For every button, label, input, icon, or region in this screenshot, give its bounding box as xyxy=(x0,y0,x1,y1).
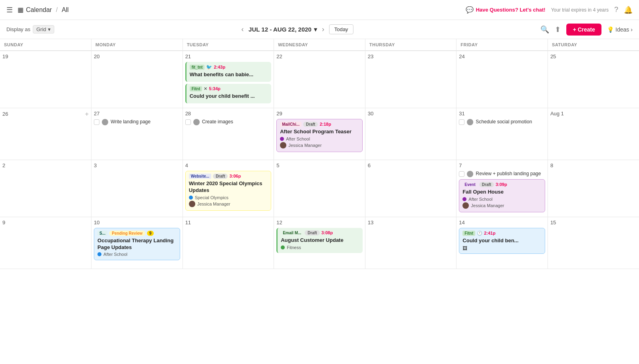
header-saturday: SATURDAY xyxy=(548,39,639,51)
card-title: After School Program Teaser xyxy=(280,129,359,135)
day-cell-0-4[interactable]: 23 xyxy=(365,51,456,108)
event-card[interactable]: fit_tnt🐦2:43pWhat benefits can babie... xyxy=(185,62,272,82)
tag-dot xyxy=(462,197,466,201)
day-cell-3-3[interactable]: 12Email M...Draft3:08pAugust Customer Up… xyxy=(274,217,365,269)
day-cell-1-0[interactable]: 26+ xyxy=(0,108,91,160)
date-range-display[interactable]: JUL 12 - AUG 22, 2020 ▾ xyxy=(248,26,317,33)
today-button[interactable]: Today xyxy=(329,24,353,34)
day-cell-3-1[interactable]: 10S...Pending Review9Occupational Therap… xyxy=(91,217,183,269)
card-person: Jessica Manager xyxy=(189,201,268,207)
day-cell-1-3[interactable]: 29MailChi...Draft2:18pAfter School Progr… xyxy=(274,108,365,160)
day-cell-2-0[interactable]: 2 xyxy=(0,160,91,217)
event-card[interactable]: EventDraft3:09pFall Open HouseAfter Scho… xyxy=(459,179,545,212)
todo-item[interactable]: Create images xyxy=(185,119,272,125)
todo-checkbox[interactable] xyxy=(459,119,464,125)
event-card[interactable]: Fitnt🕐2:41pCould your child ben...🖼 xyxy=(459,228,545,254)
todo-item[interactable]: Review + publish landing page xyxy=(459,171,545,177)
todo-item[interactable]: Schedule social promotion xyxy=(459,119,545,125)
todo-text: Review + publish landing page xyxy=(476,171,541,176)
event-card[interactable]: MailChi...Draft2:18pAfter School Program… xyxy=(276,119,363,152)
day-cell-2-6[interactable]: 8 xyxy=(548,160,639,217)
day-number: 25 xyxy=(550,53,637,59)
chat-bubble-icon: 💬 xyxy=(466,6,474,14)
card-title: Occupational Therapy Landing Page Update… xyxy=(97,237,177,251)
chat-text: Have Questions? Let's chat! xyxy=(476,7,545,13)
todo-checkbox[interactable] xyxy=(94,119,99,125)
day-cell-2-1[interactable]: 3 xyxy=(91,160,183,217)
ideas-button[interactable]: 💡 Ideas › xyxy=(607,26,633,33)
day-cell-1-4[interactable]: 30 xyxy=(365,108,456,160)
day-cell-1-6[interactable]: Aug 1 xyxy=(548,108,639,160)
day-cell-3-0[interactable]: 9 xyxy=(0,217,91,269)
display-as-section: Display as Grid ▾ xyxy=(6,25,54,34)
calendar-icon: 🕐 xyxy=(477,231,482,236)
avatar xyxy=(462,202,469,209)
avatar xyxy=(193,119,200,125)
day-cell-0-2[interactable]: 21fit_tnt🐦2:43pWhat benefits can babie..… xyxy=(183,51,274,108)
day-number: 7 xyxy=(459,162,545,168)
day-header-row: SUNDAY MONDAY TUESDAY WEDNESDAY THURSDAY… xyxy=(0,39,639,51)
day-cell-2-5[interactable]: 7Review + publish landing pageEventDraft… xyxy=(456,160,548,217)
card-title: August Customer Update xyxy=(281,237,359,244)
ideas-label: Ideas xyxy=(615,26,629,33)
nav-right: 💬 Have Questions? Let's chat! Your trial… xyxy=(466,6,633,14)
create-button[interactable]: + Create xyxy=(566,24,601,36)
time-badge: 3:06p xyxy=(229,174,241,178)
platform-badge: MailChi... xyxy=(280,122,302,127)
person-name: Jessica Manager xyxy=(197,202,230,206)
day-cell-1-1[interactable]: 27Write landing page xyxy=(91,108,183,160)
add-event-icon[interactable]: + xyxy=(85,111,89,118)
next-arrow-button[interactable]: › xyxy=(322,25,324,34)
day-number: 14 xyxy=(459,220,545,226)
event-card[interactable]: Website...Draft3:06pWinter 2020 Special … xyxy=(185,171,272,211)
day-cell-2-4[interactable]: 6 xyxy=(365,160,456,217)
day-cell-0-5[interactable]: 24 xyxy=(456,51,548,108)
grid-label: Grid xyxy=(36,26,46,32)
notification-icon[interactable]: 🔔 xyxy=(624,6,633,14)
event-card[interactable]: Email M...Draft3:08pAugust Customer Upda… xyxy=(276,228,363,253)
tag-dot xyxy=(97,252,101,256)
todo-checkbox[interactable] xyxy=(459,171,464,177)
calendar-table: SUNDAY MONDAY TUESDAY WEDNESDAY THURSDAY… xyxy=(0,39,639,269)
day-cell-3-4[interactable]: 13 xyxy=(365,217,456,269)
grid-dropdown[interactable]: Grid ▾ xyxy=(33,25,54,34)
chat-link[interactable]: 💬 Have Questions? Let's chat! xyxy=(466,6,545,14)
card-tag: Special Olympics xyxy=(189,195,268,200)
day-cell-0-3[interactable]: 22 xyxy=(274,51,365,108)
day-cell-3-6[interactable]: 15 xyxy=(548,217,639,269)
status-badge: Draft xyxy=(303,122,318,127)
day-cell-0-0[interactable]: 19 xyxy=(0,51,91,108)
cross-post-icon: ✕ xyxy=(204,86,207,91)
search-button[interactable]: 🔍 xyxy=(540,25,549,34)
day-cell-1-2[interactable]: 28Create images xyxy=(183,108,274,160)
time-badge: 3:08p xyxy=(321,230,333,235)
day-number: 23 xyxy=(368,53,454,59)
prev-arrow-button[interactable]: ‹ xyxy=(241,25,244,34)
trial-text: Your trial expires in 4 years xyxy=(551,7,609,13)
day-number: 15 xyxy=(550,220,637,226)
platform-badge: Fitnt xyxy=(462,231,475,236)
day-cell-3-5[interactable]: 14Fitnt🕐2:41pCould your child ben...🖼 xyxy=(456,217,548,269)
help-icon[interactable]: ? xyxy=(614,6,618,14)
todo-item[interactable]: Write landing page xyxy=(94,119,180,125)
week-row-1: 26+27Write landing page28Create images29… xyxy=(0,108,639,160)
status-badge: Pending Review xyxy=(109,231,145,236)
day-number: 8 xyxy=(550,162,637,168)
day-cell-1-5[interactable]: 31Schedule social promotion xyxy=(456,108,548,160)
day-cell-2-2[interactable]: 4Website...Draft3:06pWinter 2020 Special… xyxy=(183,160,274,217)
day-cell-2-3[interactable]: 5 xyxy=(274,160,365,217)
day-cell-0-6[interactable]: 25 xyxy=(548,51,639,108)
share-button[interactable]: ⬆ xyxy=(555,25,561,34)
status-badge: Draft xyxy=(213,174,228,179)
twitter-icon: 🐦 xyxy=(206,64,212,70)
day-cell-0-1[interactable]: 20 xyxy=(91,51,183,108)
hamburger-icon[interactable]: ☰ xyxy=(6,6,13,14)
platform-badge: fit_tnt xyxy=(190,65,205,70)
event-card[interactable]: Fitnt✕5:34pCould your child benefit ... xyxy=(185,84,272,103)
day-cell-3-2[interactable]: 11 xyxy=(183,217,274,269)
card-header: S...Pending Review9 xyxy=(97,231,177,236)
card-header: MailChi...Draft2:18p xyxy=(280,122,359,127)
event-card[interactable]: S...Pending Review9Occupational Therapy … xyxy=(94,228,180,261)
person-name: Jessica Manager xyxy=(288,143,321,148)
todo-checkbox[interactable] xyxy=(185,119,191,125)
